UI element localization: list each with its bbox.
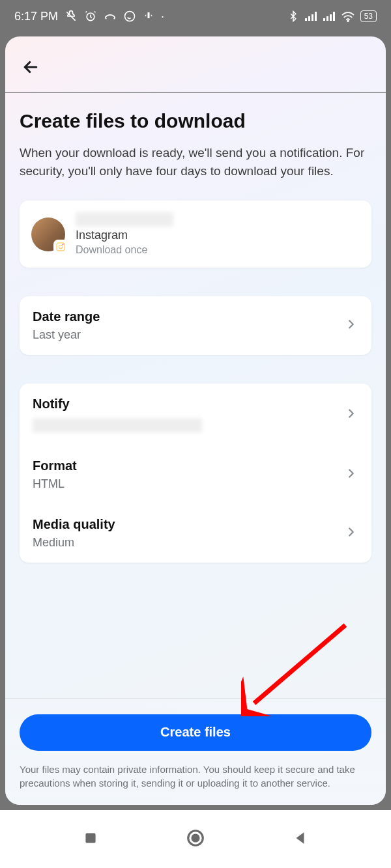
content-area: Create files to download When your downl… [5,93,386,698]
svg-rect-10 [333,12,335,21]
svg-rect-8 [326,16,328,21]
disclaimer-text: Your files may contain private informati… [20,763,371,791]
status-bar: 6:17 PM · [0,0,391,33]
date-range-row[interactable]: Date range Last year [20,296,371,355]
header-row [5,36,386,92]
status-left: 6:17 PM · [14,10,164,23]
battery-indicator: 53 [360,10,377,22]
chevron-right-icon [344,406,358,423]
page-description: When your download is ready, we'll send … [20,144,371,180]
account-platform: Instagram [76,229,173,242]
svg-rect-6 [315,12,317,21]
svg-rect-5 [311,14,313,21]
notify-value-redacted [33,418,202,432]
signal-icon-1 [304,11,317,21]
date-range-value: Last year [33,328,100,342]
bluetooth-icon [287,10,299,22]
svg-rect-9 [330,14,332,21]
media-quality-row[interactable]: Media quality Medium [20,504,371,563]
status-time: 6:17 PM [14,10,58,23]
format-value: HTML [33,477,77,491]
media-quality-label: Media quality [33,517,115,532]
create-files-button[interactable]: Create files [20,714,371,751]
signal-icon-2 [323,11,336,21]
page-title: Create files to download [20,110,371,132]
svg-rect-3 [305,18,307,21]
account-text: Instagram Download once [76,212,173,256]
alarm-icon [84,10,97,23]
account-username-redacted [76,212,173,227]
notify-row[interactable]: Notify [20,384,371,445]
nav-home-button[interactable] [186,828,205,850]
account-card[interactable]: Instagram Download once [20,201,371,268]
mute-icon [65,10,78,23]
options-card: Notify Format HTML [20,384,371,563]
svg-point-11 [347,20,349,21]
date-range-label: Date range [33,309,100,324]
date-range-card: Date range Last year [20,296,371,355]
svg-point-18 [192,835,199,841]
svg-point-1 [125,12,135,21]
format-row[interactable]: Format HTML [20,445,371,504]
whatsapp-icon [123,10,136,23]
bottom-area: Create files Your files may contain priv… [5,698,386,805]
back-button[interactable] [20,56,42,78]
nav-recents-button[interactable] [82,830,99,849]
account-subtext: Download once [76,244,173,256]
wifi-icon [341,10,355,22]
chevron-right-icon [344,466,358,483]
android-nav-bar [0,810,391,868]
instagram-badge-icon [53,240,68,254]
svg-rect-7 [323,18,325,21]
status-right: 53 [287,10,377,22]
media-quality-value: Medium [33,536,115,550]
chevron-right-icon [344,525,358,542]
nav-back-button[interactable] [292,830,309,849]
svg-rect-2 [148,12,150,18]
battery-percent: 53 [364,12,373,21]
app-surface: Create files to download When your downl… [5,36,386,805]
status-dot: · [161,10,164,23]
svg-rect-16 [86,833,96,843]
avatar [31,217,65,251]
chevron-right-icon [344,317,358,334]
svg-rect-4 [308,16,310,21]
notify-label: Notify [33,397,202,412]
phone-frame: 6:17 PM · [0,0,391,810]
format-label: Format [33,458,77,473]
svg-point-13 [59,245,62,248]
missed-call-icon [104,10,117,23]
svg-point-14 [63,244,64,245]
network-icon [143,10,154,22]
